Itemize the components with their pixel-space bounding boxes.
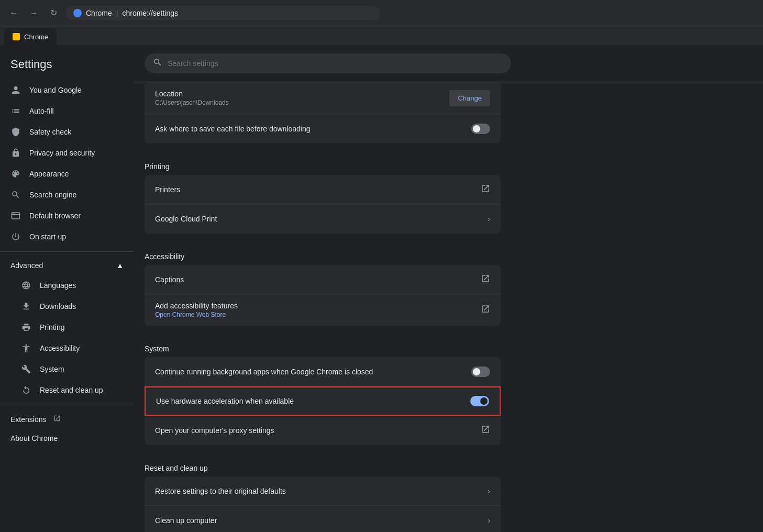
- person-icon: [10, 85, 21, 95]
- reload-button[interactable]: ↻: [46, 6, 61, 20]
- list-icon: [10, 106, 21, 116]
- reset-card: Restore settings to their original defau…: [145, 476, 501, 532]
- clean-up-computer-row[interactable]: Clean up computer ›: [145, 506, 501, 532]
- address-path: chrome://settings: [122, 9, 178, 17]
- advanced-section-header[interactable]: Advanced ▲: [0, 256, 134, 275]
- google-cloud-print-row[interactable]: Google Cloud Print ›: [145, 204, 501, 234]
- add-accessibility-row[interactable]: Add accessibility features Open Chrome W…: [145, 294, 501, 326]
- address-bar[interactable]: Chrome | chrome://settings: [66, 6, 380, 20]
- proxy-settings-external-icon: [481, 425, 490, 436]
- advanced-subsection: Languages Downloads Printing Accessibili…: [0, 275, 134, 401]
- continue-background-label: Continue running background apps when Go…: [155, 368, 373, 376]
- advanced-label: Advanced: [10, 261, 43, 270]
- sidebar-item-safety-check[interactable]: Safety check: [0, 121, 134, 142]
- sidebar-item-default-browser[interactable]: Default browser: [0, 205, 134, 226]
- clean-up-chevron: ›: [488, 516, 490, 525]
- sidebar-divider-2: [0, 405, 134, 405]
- content-area: Location C:\Users\jasch\Downloads Change…: [134, 45, 763, 532]
- location-title: Location: [155, 90, 449, 98]
- search-bar-container: [134, 45, 763, 82]
- google-cloud-print-label: Google Cloud Print: [155, 215, 217, 223]
- shield-icon: [10, 127, 21, 137]
- clean-up-label: Clean up computer: [155, 516, 217, 525]
- location-block: Location C:\Users\jasch\Downloads: [155, 90, 449, 106]
- location-path: C:\Users\jasch\Downloads: [155, 99, 449, 106]
- printers-label: Printers: [155, 185, 180, 194]
- restore-settings-label: Restore settings to their original defau…: [155, 487, 286, 495]
- sidebar-item-extensions[interactable]: Extensions: [0, 409, 134, 429]
- sidebar-item-downloads[interactable]: Downloads: [10, 296, 134, 317]
- downloads-card: Location C:\Users\jasch\Downloads Change…: [145, 82, 501, 143]
- sidebar-item-reset-and-clean-up[interactable]: Reset and clean up: [10, 380, 134, 401]
- sidebar-item-about-chrome[interactable]: About Chrome: [0, 429, 134, 448]
- ask-save-row: Ask where to save each file before downl…: [145, 114, 501, 143]
- browser-icon: [10, 210, 21, 221]
- power-icon: [10, 231, 21, 242]
- add-accessibility-subtitle: Open Chrome Web Store: [155, 311, 481, 318]
- svg-point-5: [14, 213, 15, 214]
- sidebar-item-appearance[interactable]: Appearance: [0, 163, 134, 184]
- sidebar-label-reset: Reset and clean up: [40, 386, 103, 394]
- main-layout: Settings You and Google Auto-fill Safety…: [0, 45, 763, 532]
- restore-settings-chevron: ›: [488, 487, 490, 495]
- settings-title: Settings: [0, 53, 134, 80]
- continue-background-toggle[interactable]: [471, 367, 490, 377]
- tab-label: Chrome: [24, 33, 48, 41]
- ask-save-toggle[interactable]: [471, 124, 490, 134]
- active-tab[interactable]: Chrome: [4, 28, 57, 45]
- change-button[interactable]: Change: [449, 90, 490, 106]
- palette-icon: [10, 169, 21, 179]
- back-button[interactable]: ←: [6, 6, 21, 20]
- address-site: Chrome: [86, 9, 112, 17]
- search-bar[interactable]: [145, 53, 511, 73]
- sidebar-item-languages[interactable]: Languages: [10, 275, 134, 296]
- sidebar-item-system[interactable]: System: [10, 359, 134, 380]
- sidebar-item-you-and-google[interactable]: You and Google: [0, 80, 134, 101]
- sidebar-item-auto-fill[interactable]: Auto-fill: [0, 101, 134, 121]
- system-section-label: System: [145, 336, 501, 357]
- sidebar-label-safety-check: Safety check: [29, 128, 71, 136]
- forward-button[interactable]: →: [26, 6, 41, 20]
- location-row: Location C:\Users\jasch\Downloads Change: [145, 82, 501, 114]
- sidebar: Settings You and Google Auto-fill Safety…: [0, 45, 134, 532]
- accessibility-card: Captions Add accessibility features Open…: [145, 265, 501, 326]
- sidebar-label-system: System: [40, 365, 64, 373]
- sidebar-label-appearance: Appearance: [29, 170, 69, 178]
- proxy-settings-label: Open your computer's proxy settings: [155, 426, 274, 435]
- restore-settings-row[interactable]: Restore settings to their original defau…: [145, 476, 501, 506]
- sidebar-label-downloads: Downloads: [40, 302, 76, 311]
- system-card: Continue running background apps when Go…: [145, 357, 501, 445]
- captions-label: Captions: [155, 275, 184, 284]
- sidebar-item-accessibility[interactable]: Accessibility: [10, 338, 134, 359]
- hardware-accel-toggle[interactable]: [470, 396, 489, 406]
- printers-external-icon: [481, 184, 490, 195]
- tab-favicon: [13, 33, 20, 40]
- sidebar-label-you-and-google: You and Google: [29, 86, 82, 94]
- search-input-icon: [153, 58, 162, 69]
- ask-save-toggle-slider: [471, 124, 490, 134]
- printers-row[interactable]: Printers: [145, 175, 501, 204]
- sidebar-divider-1: [0, 251, 134, 252]
- extensions-external-icon: [53, 415, 61, 424]
- hardware-accel-slider: [470, 396, 489, 406]
- printing-section-label: Printing: [145, 154, 501, 175]
- add-accessibility-left: Add accessibility features Open Chrome W…: [155, 302, 481, 318]
- sidebar-label-default-browser: Default browser: [29, 212, 81, 220]
- sidebar-item-printing[interactable]: Printing: [10, 317, 134, 338]
- settings-content: Location C:\Users\jasch\Downloads Change…: [134, 82, 511, 532]
- continue-background-slider: [471, 367, 490, 377]
- proxy-settings-row[interactable]: Open your computer's proxy settings: [145, 416, 501, 445]
- print-icon: [21, 322, 31, 332]
- collapse-icon: ▲: [116, 261, 124, 270]
- sidebar-item-privacy-and-security[interactable]: Privacy and security: [0, 142, 134, 163]
- printing-card: Printers Google Cloud Print ›: [145, 175, 501, 234]
- sidebar-label-accessibility: Accessibility: [40, 344, 80, 352]
- browser-bar: ← → ↻ Chrome | chrome://settings: [0, 0, 763, 26]
- globe-icon: [21, 280, 31, 291]
- sidebar-item-on-start-up[interactable]: On start-up: [0, 226, 134, 247]
- lock-icon: [10, 148, 21, 158]
- search-input[interactable]: [168, 59, 503, 68]
- captions-row[interactable]: Captions: [145, 265, 501, 294]
- hardware-accel-row: Use hardware acceleration when available: [145, 386, 501, 416]
- sidebar-item-search-engine[interactable]: Search engine: [0, 184, 134, 205]
